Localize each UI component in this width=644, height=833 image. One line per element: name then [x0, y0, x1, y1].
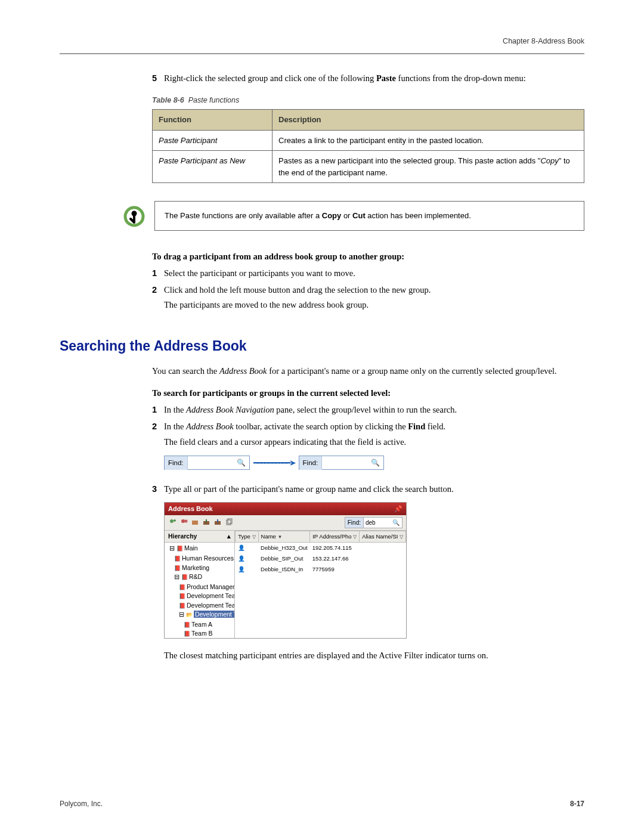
step-number: 5	[152, 72, 164, 85]
type-icon: 👤	[236, 542, 258, 553]
tree-label: Development Team 2	[187, 602, 235, 609]
table-row[interactable]: 👤 Debbie_SIP_Out 153.22.147.66	[236, 553, 406, 564]
tree-header: Hierarchy▴	[165, 531, 234, 543]
func-desc: Creates a link to the participant entity…	[273, 130, 584, 151]
italic: Address Book Navigation	[186, 405, 274, 414]
tree-item[interactable]: 📕Team A	[184, 620, 234, 629]
text: In the	[164, 422, 186, 431]
col-label: Name	[261, 533, 276, 540]
tree-item[interactable]: 📕Product Management	[179, 583, 234, 592]
step-body: Right-click the selected group and click…	[164, 72, 584, 85]
text: You can search the	[152, 366, 219, 376]
find-input[interactable]	[322, 457, 367, 468]
col-function: Function	[153, 110, 273, 131]
filter-icon[interactable]: ▽	[252, 534, 256, 540]
note-icon	[122, 205, 146, 233]
find-bold: Find	[408, 422, 425, 431]
col-ip[interactable]: IP Address/Pho ▽	[310, 531, 360, 542]
col-label: IP Address/Pho	[312, 533, 351, 540]
section-heading: Searching the Address Book	[60, 336, 584, 357]
pin-icon[interactable]: 📌	[394, 504, 402, 514]
note: The Paste functions are only available a…	[122, 201, 584, 233]
arrow-icon: ━━━━━━━━━━➤	[253, 457, 295, 469]
text: Right-click the selected group and click…	[164, 73, 376, 83]
footer-right: 8-17	[570, 798, 584, 809]
step-5: 5 Right-click the selected group and cli…	[152, 72, 584, 85]
find-box-after: Find: 🔍	[299, 456, 385, 470]
cell-ip: 153.22.147.66	[310, 553, 360, 564]
search-step-3: 3 Type all or part of the participant's …	[152, 483, 584, 662]
func-desc: Pastes as a new participant into the sel…	[273, 151, 584, 183]
tree-label-selected: Development Team 3	[194, 611, 235, 618]
text: toolbar, activate the search option by c…	[234, 422, 408, 431]
tree-item[interactable]: 📕Development Team 2	[179, 601, 234, 610]
search-icon[interactable]: 🔍	[367, 457, 383, 468]
folder-icon: 📕	[174, 565, 181, 571]
svg-point-5	[181, 519, 185, 523]
find-label: Find:	[345, 518, 364, 528]
col-alias[interactable]: Alias Name/SI ▽	[360, 531, 406, 542]
text: action has been implemented.	[366, 211, 471, 220]
find-illustration: Find: 🔍 ━━━━━━━━━━➤ Find: 🔍	[164, 456, 584, 470]
search-icon[interactable]: 🔍	[233, 457, 249, 468]
table-row[interactable]: 👤 Debbie_H323_Out 192.205.74.115	[236, 542, 406, 553]
table-row[interactable]: 👤 Debbie_ISDN_In 7775959	[236, 564, 406, 575]
table-header-row: Function Description	[153, 110, 584, 131]
copy-italic: Copy	[540, 156, 558, 165]
folder-icon: 📕	[177, 546, 183, 552]
add-user-icon[interactable]	[168, 518, 177, 527]
col-name[interactable]: Name ▼	[258, 531, 310, 542]
paste-functions-table: Function Description Paste Participant C…	[152, 109, 584, 183]
cell-name: Debbie_SIP_Out	[258, 553, 310, 564]
import-icon[interactable]	[202, 518, 210, 527]
tree-item[interactable]: 📕Marketing	[174, 563, 234, 572]
folder-icon: 📕	[184, 622, 190, 628]
folder-icon: 📕	[179, 603, 185, 609]
tree-item[interactable]: 📕Development Team 1	[179, 592, 234, 600]
find-input[interactable]	[188, 457, 233, 468]
page-footer: Polycom, Inc. 8-17	[60, 798, 584, 809]
func-name: Paste Participant as New	[153, 151, 273, 183]
table-title: Paste functions	[188, 96, 239, 104]
cell-ip: 7775959	[310, 564, 360, 575]
find-label: Find:	[299, 456, 323, 470]
table-header-row: Type ▽ Name ▼ IP Address/Pho ▽ Alias Nam…	[236, 531, 406, 542]
tree-item[interactable]: ⊟ 📂Development Team 3 📕Team A 📕Team B	[179, 610, 234, 638]
table-row: Paste Participant as New Pastes as a new…	[153, 151, 584, 183]
step-number: 1	[152, 267, 164, 280]
folder-open-icon: 📂	[186, 612, 193, 618]
tree-item[interactable]: 📕Human Resources	[174, 554, 234, 563]
italic: Address Book	[186, 422, 234, 431]
text: In the	[164, 405, 186, 414]
drag-step-2: 2 Click and hold the left mouse button a…	[152, 284, 584, 315]
svg-point-2	[170, 519, 174, 523]
paste-bold: Paste	[376, 73, 396, 83]
text: or	[341, 211, 352, 220]
svg-rect-9	[227, 520, 231, 525]
col-label: Alias Name/SI	[362, 533, 398, 540]
text: functions from the drop-down menu:	[396, 73, 526, 83]
tree-item[interactable]: 📕Team B	[184, 629, 234, 637]
export-icon[interactable]	[213, 518, 222, 527]
group-icon[interactable]	[191, 518, 199, 527]
cell-name: Debbie_ISDN_In	[258, 564, 310, 575]
filter-icon[interactable]: ▽	[400, 534, 403, 540]
collapse-icon[interactable]: ▴	[227, 532, 231, 541]
find-input[interactable]	[364, 519, 390, 527]
filter-icon[interactable]: ▽	[353, 534, 357, 540]
tree-label: Team B	[191, 630, 213, 637]
folder-icon: 📕	[184, 631, 190, 637]
col-type[interactable]: Type ▽	[236, 531, 258, 542]
tree-item[interactable]: ⊟ 📕R&D 📕Product Management 📕Development …	[174, 572, 234, 638]
search-step-2: 2 In the Address Book toolbar, activate …	[152, 420, 584, 480]
copy-icon[interactable]	[225, 518, 233, 527]
filter-icon[interactable]: ▼	[278, 534, 283, 540]
tree-item[interactable]: ⊟ 📕Main 📕Human Resources 📕Marketing ⊟ 📕R…	[169, 544, 234, 637]
text: field.	[425, 422, 445, 431]
delete-user-icon[interactable]	[179, 518, 188, 527]
tree-label: Main	[184, 544, 198, 552]
folder-icon: 📕	[179, 584, 185, 590]
svg-rect-4	[174, 519, 175, 522]
search-icon[interactable]: 🔍	[390, 518, 402, 527]
window-title: Address Book	[168, 504, 213, 514]
